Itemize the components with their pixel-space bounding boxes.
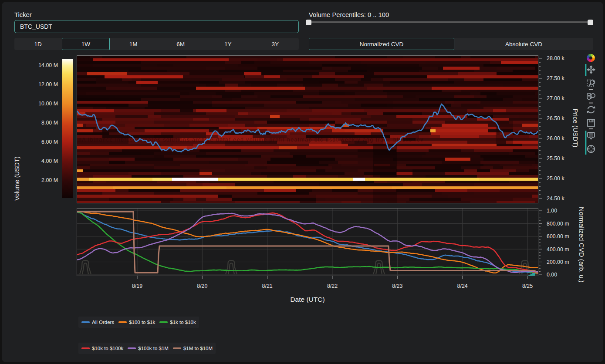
svg-text:26.50 k: 26.50 k [547, 115, 564, 121]
svg-text:8/21: 8/21 [262, 283, 273, 289]
svg-text:8/23: 8/23 [392, 283, 402, 289]
svg-text:800.00 m: 800.00 m [547, 221, 569, 227]
svg-text:600.00 m: 600.00 m [547, 233, 569, 239]
svg-text:nA lbinance lnbfcsonl nares so: nA lbinance lnbfcsonl nares solutions ar… [78, 137, 424, 143]
svg-text:12.00 M: 12.00 M [38, 81, 58, 88]
svg-text:10.00 M: 10.00 M [38, 101, 58, 107]
svg-text:200.00 m: 200.00 m [547, 259, 569, 265]
svg-text:27.50 k: 27.50 k [547, 75, 564, 81]
svg-text:4.00 M: 4.00 M [41, 158, 58, 164]
svg-text:Volume (USDT): Volume (USDT) [14, 156, 20, 201]
svg-text:6.00 M: 6.00 M [41, 139, 58, 145]
svg-text:24.50 k: 24.50 k [547, 195, 564, 202]
svg-text:8/20: 8/20 [197, 283, 207, 289]
svg-text:27.00 k: 27.00 k [547, 95, 564, 101]
svg-text:28.00 k: 28.00 k [547, 55, 564, 61]
svg-text:25.00 k: 25.00 k [547, 175, 564, 182]
svg-text:2.00 M: 2.00 M [41, 177, 58, 183]
svg-text:8/25: 8/25 [522, 283, 533, 289]
svg-text:8/22: 8/22 [327, 283, 338, 289]
svg-text:8/19: 8/19 [132, 283, 142, 289]
svg-text:Price (USDT): Price (USDT) [572, 108, 579, 147]
svg-text:14.00 M: 14.00 M [38, 62, 58, 68]
svg-text:26.00 k: 26.00 k [547, 135, 564, 142]
svg-text:25.50 k: 25.50 k [547, 155, 564, 162]
svg-text:0.00: 0.00 [547, 272, 557, 278]
svg-text:Date (UTC): Date (UTC) [290, 296, 324, 303]
svg-text:400.00 m: 400.00 m [547, 246, 569, 253]
svg-text:1.00: 1.00 [547, 208, 557, 214]
svg-text:8.00 M: 8.00 M [41, 120, 58, 126]
svg-text:Normalized CVD (arb. u.): Normalized CVD (arb. u.) [578, 207, 585, 283]
svg-text:8/24: 8/24 [457, 283, 468, 289]
